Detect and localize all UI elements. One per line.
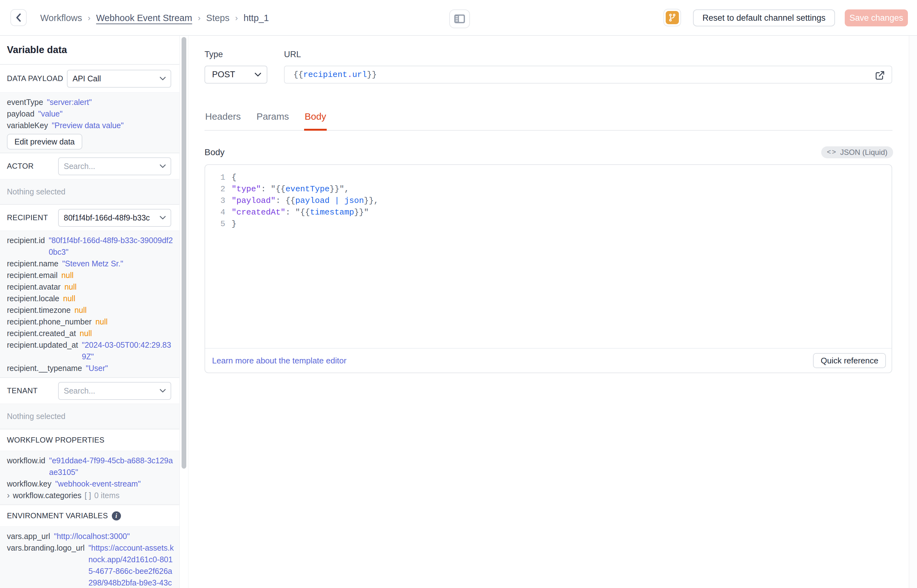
variable-row-eventType: eventType"server:alert" (7, 97, 174, 108)
data-payload-row: DATA PAYLOAD API Call (0, 64, 179, 92)
variable-value: "value" (38, 108, 63, 120)
reset-channel-settings-button[interactable]: Reset to default channel settings (693, 10, 835, 26)
variable-row-recipient.__typename: recipient.__typename"User" (7, 362, 174, 374)
workflow-rows: workflow.id"e91ddae4-7f99-45cb-a688-3c12… (7, 455, 174, 490)
actor-select[interactable]: Search... (58, 157, 171, 175)
request-tabs: HeadersParamsBody (205, 111, 893, 131)
breadcrumb-separator-icon: › (198, 13, 201, 23)
code-brackets-icon: <> (827, 149, 837, 157)
commit-button[interactable] (664, 9, 681, 26)
learn-more-link[interactable]: Learn more about the template editor (212, 356, 347, 366)
variable-value: "2024-03-05T00:42:29.839Z" (82, 339, 174, 362)
url-label: URL (284, 50, 301, 59)
url-input[interactable]: {{recipient.url}} (284, 66, 892, 84)
variable-row-recipient.email: recipient.emailnull (7, 270, 174, 281)
quick-reference-button[interactable]: Quick reference (813, 353, 886, 368)
variable-row-recipient.id: recipient.id"80f1f4bf-166d-48f9-b33c-390… (7, 235, 174, 258)
variable-key: workflow.key (7, 478, 52, 490)
variable-value: "Preview data value" (52, 120, 124, 131)
variable-key: workflow.categories (13, 490, 81, 501)
variable-row-workflow.key: workflow.key"webhook-event-stream" (7, 478, 174, 490)
variable-row-recipient.locale: recipient.localenull (7, 293, 174, 304)
variable-key: vars.app_url (7, 530, 50, 542)
variable-row-vars.app_url: vars.app_url"http://localhost:3000" (7, 530, 174, 542)
edit-preview-data-button[interactable]: Edit preview data (7, 134, 82, 150)
body-section-label: Body (205, 147, 224, 157)
variable-value: "server:alert" (47, 97, 92, 108)
workflow-properties-label: WORKFLOW PROPERTIES (7, 436, 105, 444)
payload-variables-section: eventType"server:alert"payload"value"var… (0, 92, 179, 153)
chevron-down-icon (159, 389, 166, 393)
tenant-search-placeholder: Search... (64, 386, 95, 396)
variable-row-vars.branding.logo_url: vars.branding.logo_url"https://account-a… (7, 542, 174, 588)
line-number: 3 (205, 195, 231, 207)
expand-chevron-icon[interactable]: › (7, 491, 10, 500)
tenant-select[interactable]: Search... (58, 382, 171, 400)
breadcrumb: Workflows›Webhook Event Stream›Steps›htt… (40, 0, 269, 36)
variable-key: recipient.timezone (7, 304, 71, 316)
variable-value: "e91ddae4-7f99-45cb-a688-3c129aae3105" (49, 455, 174, 478)
info-icon[interactable]: i (112, 511, 121, 520)
payload-rows: eventType"server:alert"payload"value"var… (7, 97, 174, 131)
variable-value: null (74, 304, 87, 316)
variable-key: recipient.created_at (7, 328, 76, 339)
tab-params[interactable]: Params (256, 111, 289, 130)
code-line: 1{ (205, 172, 891, 183)
code-editor[interactable]: 1{2"type": "{{eventType}}",3"payload": {… (205, 165, 891, 348)
actor-search-placeholder: Search... (64, 162, 95, 171)
variable-value: "https://account-assets.knock.app/42d161… (88, 542, 174, 588)
tenant-label: TENANT (7, 386, 38, 395)
tenant-empty-state: Nothing selected (0, 404, 179, 429)
variable-row-payload: payload"value" (7, 108, 174, 120)
tenant-row: TENANT Search... (0, 377, 179, 404)
back-button[interactable] (10, 9, 27, 26)
breadcrumb-separator-icon: › (88, 13, 90, 23)
chevron-down-icon (159, 76, 166, 81)
http-method-select[interactable]: POST (205, 66, 267, 84)
variable-data-panel: Variable data DATA PAYLOAD API Call even… (0, 36, 179, 588)
variable-key: payload (7, 108, 35, 120)
variable-value: null (63, 293, 75, 304)
main-scrollbar-track (909, 36, 917, 588)
breadcrumb-item-steps[interactable]: Steps (206, 13, 229, 23)
recipient-variables-section: recipient.id"80f1f4bf-166d-48f9-b33c-390… (0, 231, 179, 377)
variable-value: null (61, 270, 74, 281)
variable-row-workflow.id: workflow.id"e91ddae4-7f99-45cb-a688-3c12… (7, 455, 174, 478)
variable-row-variableKey: variableKey"Preview data value" (7, 120, 174, 131)
empty-array-value: [ ] (84, 490, 91, 501)
data-payload-select[interactable]: API Call (67, 70, 171, 88)
sidebar-title: Variable data (0, 36, 179, 64)
environment-variables-label: ENVIRONMENT VARIABLES (7, 511, 108, 520)
panel-toggle-button[interactable] (449, 10, 470, 28)
external-link-icon[interactable] (875, 70, 885, 81)
line-number: 1 (205, 172, 231, 183)
chevron-down-icon (159, 164, 166, 168)
git-branch-icon (666, 11, 679, 24)
item-count: 0 items (94, 490, 120, 501)
recipient-select-value: 80f1f4bf-166d-48f9-b33c (64, 213, 150, 222)
editor-footer: Learn more about the template editor Qui… (205, 348, 891, 373)
data-payload-value: API Call (73, 74, 101, 83)
variable-key: recipient.email (7, 270, 58, 281)
variable-value: "User" (86, 362, 108, 374)
code-line: 2"type": "{{eventType}}", (205, 183, 891, 195)
chevron-down-icon (159, 215, 166, 220)
save-changes-button[interactable]: Save changes (845, 10, 908, 26)
variable-row-recipient.timezone: recipient.timezonenull (7, 304, 174, 316)
env-rows: vars.app_url"http://localhost:3000"vars.… (7, 530, 174, 588)
variable-row-recipient.name: recipient.name"Steven Metz Sr." (7, 258, 174, 270)
variable-key: recipient.updated_at (7, 339, 78, 362)
variable-row-recipient.avatar: recipient.avatarnull (7, 281, 174, 293)
code-line: 3"payload": {{payload | json}}, (205, 195, 891, 207)
variable-value: null (80, 328, 92, 339)
tab-headers[interactable]: Headers (205, 111, 241, 130)
breadcrumb-item-webhook-event-stream[interactable]: Webhook Event Stream (96, 13, 192, 23)
tab-body[interactable]: Body (304, 111, 327, 131)
chevron-left-icon (15, 13, 22, 22)
breadcrumb-item-workflows[interactable]: Workflows (40, 13, 82, 23)
variable-key: recipient.name (7, 258, 58, 270)
recipient-select[interactable]: 80f1f4bf-166d-48f9-b33c (58, 209, 171, 227)
sidebar-scrollbar-thumb[interactable] (182, 37, 186, 468)
actor-empty-state: Nothing selected (0, 179, 179, 204)
actor-row: ACTOR Search... (0, 153, 179, 179)
